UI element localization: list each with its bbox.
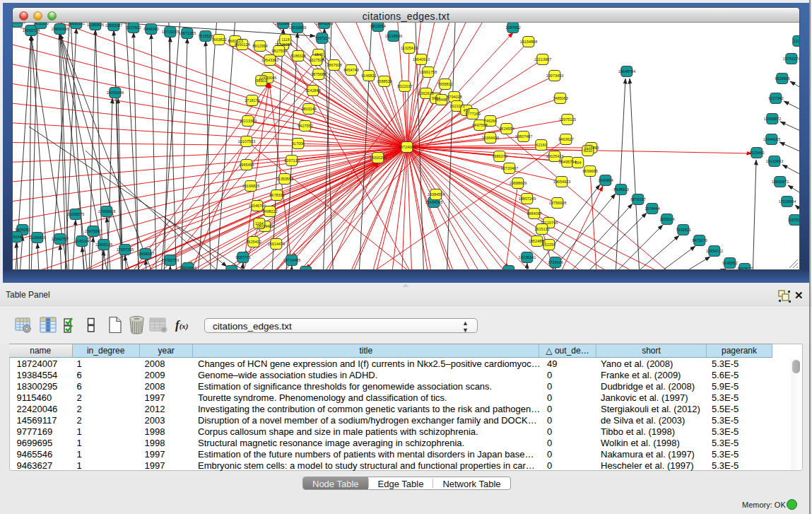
svg-text:7632621: 7632621 xyxy=(676,228,690,232)
svg-text:23226058: 23226058 xyxy=(275,42,292,47)
svg-text:90448: 90448 xyxy=(436,98,447,102)
svg-text:9657771: 9657771 xyxy=(235,255,250,259)
svg-text:16210643: 16210643 xyxy=(766,159,783,163)
svg-text:16914479: 16914479 xyxy=(268,242,285,246)
svg-text:1640954: 1640954 xyxy=(598,178,613,182)
svg-text:9884067: 9884067 xyxy=(526,211,541,216)
svg-text:15751074: 15751074 xyxy=(783,57,799,61)
svg-text:62160: 62160 xyxy=(536,143,546,147)
svg-text:10654112: 10654112 xyxy=(706,249,723,253)
svg-text:14136141: 14136141 xyxy=(519,255,536,259)
svg-text:9227342: 9227342 xyxy=(768,96,783,100)
svg-text:2087652: 2087652 xyxy=(505,25,520,30)
svg-text:12030502: 12030502 xyxy=(13,23,25,24)
svg-text:7663822: 7663822 xyxy=(211,37,226,42)
svg-text:1527602: 1527602 xyxy=(126,25,141,30)
svg-text:7955812: 7955812 xyxy=(437,82,452,86)
svg-text:10107553: 10107553 xyxy=(238,139,255,144)
svg-text:8186328: 8186328 xyxy=(290,54,305,58)
svg-text:804: 804 xyxy=(575,160,581,165)
svg-text:935011: 935011 xyxy=(225,269,238,270)
svg-text:15692971: 15692971 xyxy=(772,180,789,184)
svg-text:2935114: 2935114 xyxy=(659,217,674,221)
svg-text:19756928: 19756928 xyxy=(549,201,566,205)
svg-text:10025433: 10025433 xyxy=(546,154,563,158)
svg-text:16495794: 16495794 xyxy=(559,160,576,164)
svg-text:8813054: 8813054 xyxy=(370,24,385,28)
svg-text:17016504: 17016504 xyxy=(779,199,796,204)
svg-text:9805051: 9805051 xyxy=(15,228,30,232)
svg-text:11280926: 11280926 xyxy=(87,23,104,27)
svg-text:9146821: 9146821 xyxy=(361,74,376,78)
svg-text:3875685: 3875685 xyxy=(311,72,326,76)
svg-text:12213369: 12213369 xyxy=(240,119,257,123)
svg-text:8267130: 8267130 xyxy=(284,158,299,163)
svg-text:10046766: 10046766 xyxy=(249,204,266,208)
svg-text:9699695: 9699695 xyxy=(582,169,597,173)
svg-text:19384554: 19384554 xyxy=(428,192,445,197)
svg-text:39154: 39154 xyxy=(13,235,22,239)
svg-text:9463627: 9463627 xyxy=(737,267,752,270)
svg-text:7845120: 7845120 xyxy=(501,269,516,270)
svg-text:11122: 11122 xyxy=(794,39,799,43)
svg-text:1145194: 1145194 xyxy=(74,239,89,243)
svg-text:10671355: 10671355 xyxy=(179,31,196,35)
svg-text:19716485: 19716485 xyxy=(283,258,300,262)
svg-text:16033809: 16033809 xyxy=(289,25,306,30)
svg-text:10958107: 10958107 xyxy=(137,252,154,256)
svg-text:15640910: 15640910 xyxy=(413,57,430,62)
svg-text:10719155: 10719155 xyxy=(162,30,179,34)
svg-text:11156819: 11156819 xyxy=(29,235,46,240)
svg-text:12942757: 12942757 xyxy=(52,237,69,241)
svg-text:12213967: 12213967 xyxy=(534,57,551,62)
svg-text:6794028: 6794028 xyxy=(447,95,461,99)
svg-text:11353594: 11353594 xyxy=(276,177,293,181)
svg-text:16961758: 16961758 xyxy=(420,70,437,74)
svg-text:1965491: 1965491 xyxy=(239,163,254,167)
svg-text:23975867: 23975867 xyxy=(85,229,102,233)
svg-text:9115460: 9115460 xyxy=(749,151,764,155)
svg-text:98901: 98901 xyxy=(256,78,266,83)
svg-text:8104522: 8104522 xyxy=(298,269,313,270)
svg-text:8912954: 8912954 xyxy=(252,44,267,48)
svg-text:252254: 252254 xyxy=(543,243,555,247)
svg-text:18724007: 18724007 xyxy=(399,145,416,149)
svg-text:917006: 917006 xyxy=(292,141,305,146)
svg-text:8322037: 8322037 xyxy=(397,84,412,88)
svg-text:9245652: 9245652 xyxy=(722,261,737,265)
svg-text:8471676: 8471676 xyxy=(692,238,707,243)
svg-text:14055724: 14055724 xyxy=(23,28,40,33)
svg-text:9327508: 9327508 xyxy=(309,58,324,62)
svg-text:12975115: 12975115 xyxy=(559,117,576,122)
svg-text:15434545: 15434545 xyxy=(425,200,442,204)
svg-text:9463627: 9463627 xyxy=(558,137,573,141)
svg-text:9498222: 9498222 xyxy=(262,209,277,214)
svg-text:16782759: 16782759 xyxy=(162,258,179,262)
svg-text:10973493: 10973493 xyxy=(546,74,563,78)
svg-text:9242848: 9242848 xyxy=(305,88,320,93)
svg-text:8210: 8210 xyxy=(584,148,592,153)
svg-text:20053346: 20053346 xyxy=(107,90,124,95)
svg-text:20691406: 20691406 xyxy=(52,27,69,31)
svg-text:15720407: 15720407 xyxy=(501,166,518,170)
svg-text:18807249: 18807249 xyxy=(519,197,536,201)
svg-text:1546: 1546 xyxy=(314,52,323,57)
svg-text:8660124: 8660124 xyxy=(235,42,249,47)
svg-text:3624554: 3624554 xyxy=(499,127,514,131)
svg-text:10543382: 10543382 xyxy=(261,58,278,62)
svg-text:2718176: 2718176 xyxy=(245,98,259,103)
svg-text:19654923: 19654923 xyxy=(553,180,570,184)
svg-text:8454749: 8454749 xyxy=(343,68,358,72)
svg-text:19166825: 19166825 xyxy=(242,184,259,188)
svg-text:10688609: 10688609 xyxy=(510,181,526,185)
svg-text:16648784: 16648784 xyxy=(618,69,635,74)
svg-text:9827509: 9827509 xyxy=(271,49,286,53)
svg-text:12444155: 12444155 xyxy=(763,137,780,141)
svg-text:17957255: 17957255 xyxy=(117,247,134,252)
svg-text:7986372: 7986372 xyxy=(492,154,507,158)
svg-text:18845059: 18845059 xyxy=(316,23,333,25)
svg-text:1733426: 1733426 xyxy=(548,260,563,264)
svg-text:746266: 746266 xyxy=(484,119,497,123)
svg-text:7625402: 7625402 xyxy=(246,240,261,244)
svg-text:10653287: 10653287 xyxy=(105,23,122,28)
